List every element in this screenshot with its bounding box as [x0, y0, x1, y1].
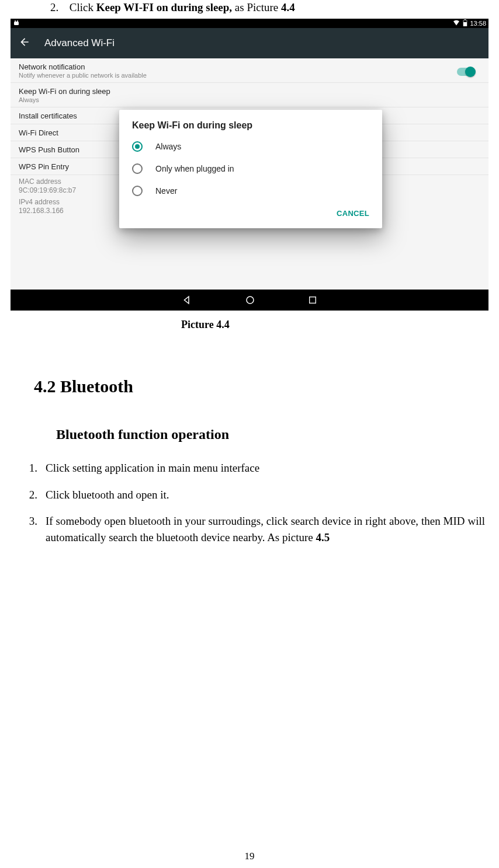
step-number: 3. [25, 513, 37, 545]
steps-list: 1. Click setting application in main men… [8, 460, 491, 545]
figure-caption: Picture 4.4 [181, 319, 491, 331]
svg-point-2 [17, 20, 18, 22]
instruction-line: 2. Click Keep WI-FI on during sleep, as … [50, 1, 491, 14]
step-item: 1. Click setting application in main men… [25, 460, 485, 476]
back-icon[interactable] [19, 36, 30, 50]
dialog-option-label: Always [155, 142, 181, 151]
section-heading: 4.2 Bluetooth [34, 377, 491, 396]
setting-title: Keep Wi-Fi on during sleep [19, 87, 480, 96]
dialog-option-always[interactable]: Always [119, 135, 382, 158]
setting-keep-wifi[interactable]: Keep Wi-Fi on during sleep Always [11, 83, 488, 107]
radio-icon [132, 163, 143, 174]
step-item: 2. Click bluetooth and open it. [25, 487, 485, 503]
dialog-title: Keep Wi-Fi on during sleep [119, 120, 382, 135]
nav-recent-icon[interactable] [308, 295, 317, 305]
step-text: If somebody open bluetooth in your surro… [46, 513, 485, 545]
instruction-number: 2. [50, 1, 67, 14]
step-number: 2. [25, 487, 37, 503]
cancel-button[interactable]: CANCEL [332, 205, 374, 221]
android-screenshot: 13:58 Advanced Wi-Fi Network notificatio… [11, 19, 488, 311]
dialog-option-plugged[interactable]: Only when plugged in [119, 158, 382, 180]
svg-point-1 [15, 20, 16, 22]
setting-subtitle: Always [19, 96, 480, 103]
svg-rect-4 [465, 19, 466, 20]
radio-selected-icon [132, 141, 143, 152]
toggle-on[interactable] [457, 68, 474, 76]
step-number: 1. [25, 460, 37, 476]
setting-network-notification[interactable]: Network notification Notify whenever a p… [11, 58, 488, 83]
page-number: 19 [0, 850, 499, 862]
setting-subtitle: Notify whenever a public network is avai… [19, 72, 480, 79]
step-item: 3. If somebody open bluetooth in your su… [25, 513, 485, 545]
nav-back-icon[interactable] [182, 295, 192, 305]
dialog-keep-wifi: Keep Wi-Fi on during sleep Always Only w… [119, 110, 382, 228]
nav-home-icon[interactable] [245, 295, 255, 305]
app-bar: Advanced Wi-Fi [11, 28, 488, 58]
status-time: 13:58 [470, 20, 486, 27]
svg-rect-7 [310, 297, 316, 304]
status-bar: 13:58 [11, 19, 488, 28]
svg-rect-0 [14, 22, 19, 25]
nav-bar [11, 290, 488, 311]
status-left-icon [13, 20, 20, 27]
step-text: Click setting application in main menu i… [46, 460, 485, 476]
svg-rect-5 [463, 22, 467, 26]
battery-icon [463, 19, 467, 27]
dialog-option-never[interactable]: Never [119, 180, 382, 202]
dialog-option-label: Only when plugged in [155, 164, 234, 173]
dialog-option-label: Never [155, 186, 177, 196]
sub-heading: Bluetooth function operation [56, 427, 491, 442]
step-text: Click bluetooth and open it. [46, 487, 485, 503]
setting-title: Network notification [19, 62, 480, 71]
radio-icon [132, 186, 143, 196]
app-bar-title: Advanced Wi-Fi [44, 37, 115, 49]
svg-point-6 [247, 297, 254, 304]
wifi-icon [452, 19, 460, 27]
